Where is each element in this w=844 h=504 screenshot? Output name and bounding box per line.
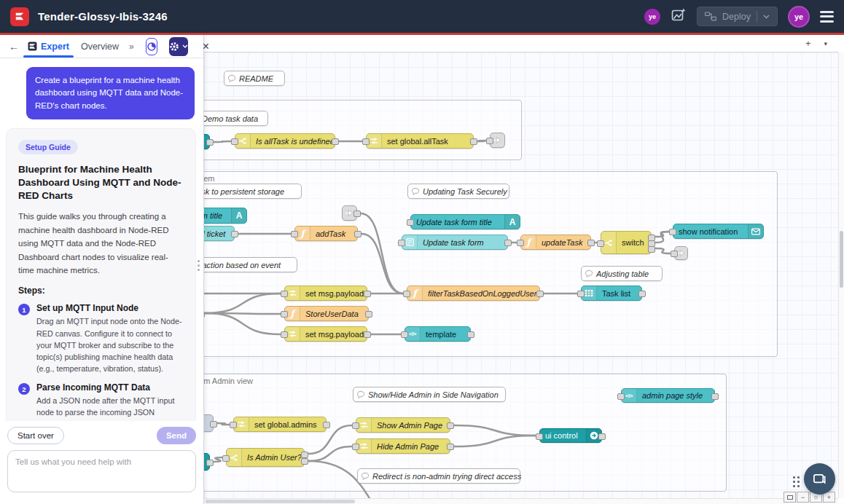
wire[interactable] (454, 436, 536, 446)
node-src[interactable] (204, 453, 210, 470)
output-port[interactable] (206, 460, 214, 466)
close-icon[interactable]: × (200, 40, 212, 53)
fab-drag-handle[interactable] (793, 476, 800, 488)
insights-button[interactable] (146, 38, 157, 55)
main-menu-icon[interactable] (820, 11, 834, 23)
output-port[interactable] (504, 240, 512, 246)
output-port[interactable] (353, 210, 361, 217)
node-is-alltask-is-undefined[interactable]: Is allTask is undefined (235, 133, 335, 149)
node-link[interactable] (490, 133, 505, 148)
tab-overview[interactable]: Overview (78, 35, 122, 58)
assistant-chat-button[interactable] (804, 463, 835, 495)
input-port[interactable] (669, 229, 676, 235)
input-port[interactable] (517, 240, 524, 246)
vertical-scrollbar[interactable] (838, 52, 844, 498)
node-show-admin-page[interactable]: Show Admin Page (356, 417, 450, 433)
deploy-caret-icon[interactable] (763, 15, 770, 19)
output-port[interactable] (364, 331, 371, 338)
output-port[interactable] (598, 433, 606, 440)
node-set-global-alltask[interactable]: set global.allTask (366, 133, 474, 149)
output-port[interactable] (206, 139, 214, 146)
input-port[interactable] (401, 331, 408, 338)
node-switch[interactable]: switch (601, 231, 652, 254)
output-port[interactable] (638, 291, 646, 297)
input-port[interactable] (671, 251, 678, 257)
node-task-form-title[interactable]: Task form titleA (204, 208, 247, 224)
node-update-task-form-title[interactable]: Update task form titleA (410, 214, 520, 229)
comment-node-take-action-based-on-event[interactable]: Take action based on event (204, 257, 297, 272)
output-port[interactable] (467, 331, 474, 338)
input-port[interactable] (230, 422, 237, 428)
input-port[interactable] (617, 393, 625, 400)
input-port[interactable] (281, 331, 288, 338)
start-over-button[interactable]: Start over (7, 427, 64, 444)
wire[interactable] (361, 213, 403, 294)
output-port[interactable] (204, 311, 205, 318)
comment-node-updating-task-securely[interactable]: Updating Task Securely (407, 184, 509, 199)
wire[interactable] (205, 313, 281, 334)
input-port[interactable] (291, 231, 298, 237)
input-port[interactable] (281, 311, 288, 318)
node-filtertaskbasedonloggeduser[interactable]: ƒfilterTaskBasedOnLoggedUser (407, 286, 540, 301)
comment-node-readme[interactable]: README (224, 71, 285, 86)
panel-resize-handle[interactable] (198, 260, 200, 271)
flowfuse-logo-icon[interactable] (10, 7, 29, 26)
node-storeuserdata[interactable]: ƒStoreUserData (284, 306, 369, 321)
output-port[interactable] (323, 422, 330, 428)
zoom-out-button[interactable]: − (797, 492, 809, 503)
settings-button[interactable] (169, 37, 188, 56)
comment-node-redirect-is-non-admin-trying-direct-access[interactable]: Redirect is non-admin trying direct acce… (357, 468, 520, 484)
add-flow-button[interactable]: + (800, 38, 816, 49)
input-port[interactable] (486, 138, 493, 144)
comment-node-save-task-to-persistent-storage[interactable]: Save task to persistent storage (204, 184, 302, 199)
node-admin-page-style[interactable]: </>admin page style (621, 388, 715, 403)
input-port[interactable] (403, 291, 410, 297)
output-port[interactable] (301, 452, 308, 458)
node-add-ticket[interactable]: Add ticket (204, 226, 235, 241)
horizontal-scrollbar-thumb[interactable] (206, 500, 355, 503)
node-gray[interactable] (204, 414, 214, 432)
flow-canvas[interactable]: + ▾ Task systemTask System Admin viewREA… (204, 33, 844, 504)
back-icon[interactable]: ← (9, 41, 19, 52)
wire[interactable] (214, 457, 222, 462)
send-button[interactable]: Send (157, 427, 196, 444)
input-port[interactable] (536, 433, 543, 440)
output-port[interactable] (332, 138, 339, 145)
input-port[interactable] (222, 455, 230, 462)
tab-expert[interactable]: Expert (25, 35, 72, 58)
horizontal-scrollbar[interactable] (204, 498, 838, 504)
input-port[interactable] (281, 291, 288, 297)
input-port[interactable] (362, 138, 370, 145)
input-port[interactable] (352, 422, 359, 429)
node-set-global-admins[interactable]: set global.admins (233, 417, 327, 432)
fit-view-button[interactable] (784, 492, 796, 503)
output-port[interactable] (301, 458, 308, 465)
node-set-msg-payload[interactable]: set msg.payload (284, 326, 367, 342)
output-port[interactable] (711, 393, 719, 400)
team-avatar[interactable]: ye (644, 9, 660, 25)
node-link[interactable] (674, 246, 688, 260)
output-port[interactable] (354, 231, 362, 237)
input-port[interactable] (352, 444, 359, 450)
output-port[interactable] (536, 291, 544, 297)
vertical-scrollbar-thumb[interactable] (840, 231, 843, 288)
wire[interactable] (205, 294, 281, 313)
node-updatetask[interactable]: ƒupdateTask (520, 235, 591, 250)
node-addtask[interactable]: ƒaddTask (294, 226, 358, 241)
output-port[interactable] (365, 311, 372, 318)
node-src[interactable] (204, 134, 210, 149)
input-port[interactable] (597, 240, 604, 247)
node-update-task-form[interactable]: Update task form (402, 235, 508, 250)
wire[interactable] (214, 141, 231, 142)
comment-node-show-hide-admin-in-side-navigation[interactable]: Show/Hide Admin in Side Navigation (353, 387, 506, 402)
input-port[interactable] (398, 240, 405, 246)
wire[interactable] (362, 234, 403, 294)
output-port[interactable] (587, 240, 595, 246)
node-template[interactable]: </>template (405, 326, 471, 342)
output-port[interactable] (447, 444, 454, 450)
wire[interactable] (655, 248, 671, 253)
node-is-admin-user[interactable]: Is Admin User? (226, 448, 305, 467)
output-port[interactable] (447, 422, 454, 429)
node-ui-control[interactable]: ui control (539, 428, 602, 443)
node-show-notification[interactable]: show notification (673, 224, 764, 239)
